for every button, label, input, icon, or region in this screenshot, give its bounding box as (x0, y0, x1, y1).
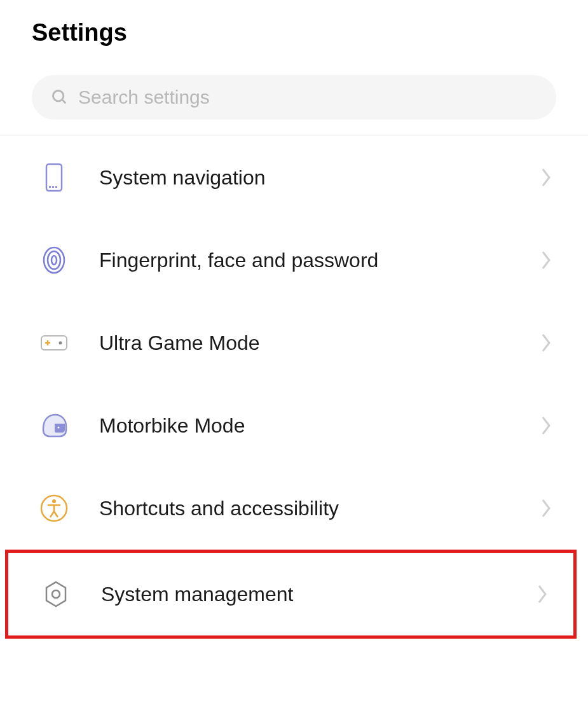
fingerprint-icon (39, 246, 69, 275)
svg-point-15 (52, 499, 56, 503)
item-label: System navigation (99, 166, 510, 190)
header: Settings (0, 0, 588, 59)
helmet-icon (39, 411, 69, 440)
chevron-right-icon (540, 167, 553, 188)
item-label: Ultra Game Mode (99, 331, 510, 355)
chevron-right-icon (540, 497, 553, 519)
chevron-right-icon (540, 332, 553, 354)
svg-line-19 (54, 511, 58, 517)
item-label: Motorbike Mode (99, 414, 510, 438)
settings-item-fingerprint[interactable]: Fingerprint, face and password (0, 219, 588, 302)
search-box[interactable] (32, 75, 556, 120)
svg-point-20 (52, 590, 60, 598)
chevron-right-icon (540, 249, 553, 271)
svg-point-12 (59, 342, 62, 345)
search-icon (51, 88, 69, 106)
chevron-right-icon (537, 583, 549, 605)
settings-item-system-navigation[interactable]: System navigation (0, 136, 588, 219)
svg-point-8 (51, 256, 57, 265)
accessibility-icon (39, 494, 69, 523)
item-label: Shortcuts and accessibility (99, 497, 510, 520)
item-label: Fingerprint, face and password (99, 249, 510, 272)
item-label: System management (101, 583, 506, 606)
chevron-right-icon (540, 415, 553, 436)
settings-item-motorbike-mode[interactable]: Motorbike Mode (0, 384, 588, 467)
svg-point-7 (48, 251, 60, 269)
svg-line-1 (62, 100, 66, 104)
phone-nav-icon (39, 163, 69, 192)
game-icon (39, 328, 69, 357)
page-title: Settings (32, 19, 556, 46)
svg-point-0 (53, 91, 64, 101)
settings-list: System navigation Fingerprint, face and … (0, 136, 588, 639)
search-input[interactable] (78, 87, 537, 108)
svg-line-18 (50, 511, 54, 517)
search-container (0, 59, 588, 136)
settings-item-system-management[interactable]: System management (5, 550, 577, 639)
settings-item-ultra-game-mode[interactable]: Ultra Game Mode (0, 302, 588, 384)
gear-hexagon-icon (41, 580, 71, 609)
svg-point-13 (58, 427, 60, 429)
settings-item-shortcuts-accessibility[interactable]: Shortcuts and accessibility (0, 467, 588, 550)
